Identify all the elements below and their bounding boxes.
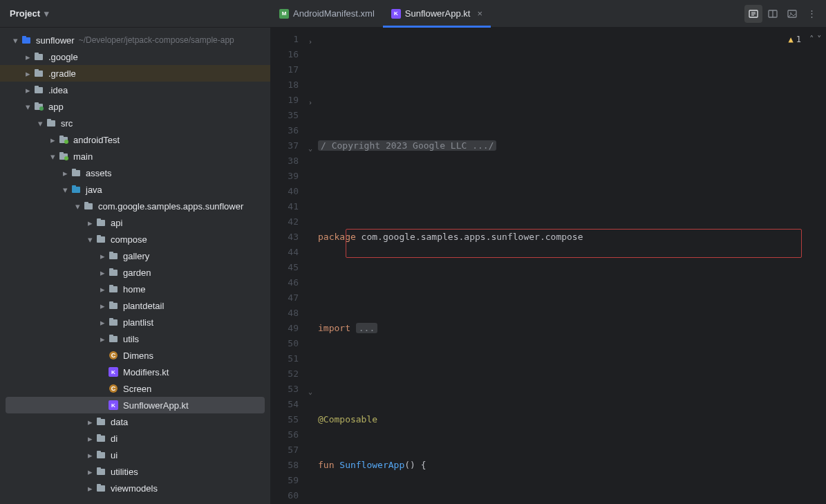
tree-item[interactable]: viewmodels <box>0 480 270 496</box>
line-number[interactable]: 54 <box>271 397 314 412</box>
expand-icon[interactable] <box>84 433 95 444</box>
line-number[interactable]: 39 <box>271 169 314 184</box>
more-button[interactable]: ⋮ <box>802 5 820 23</box>
layout-design-button[interactable] <box>783 5 801 23</box>
expand-icon[interactable] <box>59 168 71 178</box>
line-number[interactable]: 57 <box>271 442 314 458</box>
tree-item[interactable]: KSunflowerApp.kt <box>6 397 265 413</box>
tree-item[interactable]: utils <box>0 330 270 347</box>
line-number[interactable]: 51 <box>271 351 314 366</box>
line-number[interactable]: 1› <box>271 32 314 47</box>
tree-item[interactable]: app <box>0 98 270 115</box>
collapse-icon[interactable] <box>59 185 71 195</box>
line-number[interactable]: 18 <box>271 77 314 93</box>
tree-item[interactable]: assets <box>0 165 270 181</box>
line-number[interactable]: 52 <box>271 366 314 382</box>
kotlin-class-icon: C <box>108 383 119 394</box>
line-number[interactable]: 35 <box>271 108 314 123</box>
expand-icon[interactable] <box>84 218 95 228</box>
line-number[interactable]: 60 <box>271 488 314 503</box>
line-number[interactable]: 58 <box>271 458 314 473</box>
tree-item[interactable]: src <box>0 115 270 131</box>
folded-imports[interactable]: ... <box>356 323 377 333</box>
next-highlight-button[interactable]: ˅ <box>817 32 822 47</box>
collapse-icon[interactable] <box>84 234 95 245</box>
line-number[interactable]: 37⌄ <box>271 138 314 153</box>
layout-code-button[interactable] <box>744 5 762 23</box>
expand-icon[interactable] <box>97 268 108 278</box>
expand-icon[interactable] <box>84 450 95 460</box>
editor-tab[interactable]: MAndroidManifest.xml <box>271 0 383 27</box>
tree-item[interactable]: .idea <box>0 82 270 98</box>
line-number[interactable]: 56 <box>271 427 314 442</box>
svg-rect-15 <box>35 86 39 88</box>
expand-icon[interactable] <box>84 467 95 477</box>
project-tree[interactable]: sunflower~/Developer/jetpack-compose/sam… <box>0 28 271 504</box>
expand-icon[interactable] <box>97 317 108 328</box>
line-number[interactable]: 38 <box>271 153 314 169</box>
line-number[interactable]: 49 <box>271 321 314 336</box>
expand-icon[interactable] <box>97 251 108 261</box>
prev-highlight-button[interactable]: ˄ <box>809 32 814 47</box>
tree-item[interactable]: main <box>0 148 270 165</box>
tree-item[interactable]: CScreen <box>0 380 270 397</box>
tree-item[interactable]: com.google.samples.apps.sunflower <box>0 198 270 214</box>
line-number[interactable]: 59 <box>271 473 314 488</box>
line-number[interactable]: 16 <box>271 47 314 62</box>
line-number[interactable]: 43 <box>271 230 314 245</box>
tree-item[interactable]: di <box>0 430 270 447</box>
tree-item[interactable]: KModifiers.kt <box>0 364 270 380</box>
editor-tab[interactable]: KSunflowerApp.kt× <box>383 0 491 27</box>
tree-item[interactable]: plantdetail <box>0 297 270 314</box>
line-number[interactable]: 46 <box>271 275 314 290</box>
line-number[interactable]: 19› <box>271 93 314 108</box>
tree-item[interactable]: ui <box>0 447 270 463</box>
tree-item[interactable]: utilities <box>0 463 270 480</box>
line-number[interactable]: 45 <box>271 260 314 275</box>
folded-copyright[interactable]: / Copyright 2023 Google LLC .../ <box>318 140 496 151</box>
line-number[interactable]: 40 <box>271 184 314 199</box>
line-number[interactable]: 47 <box>271 290 314 306</box>
tree-item[interactable]: .google <box>0 48 270 65</box>
collapse-icon[interactable] <box>35 118 46 129</box>
expand-icon[interactable] <box>97 301 108 311</box>
tree-item[interactable]: home <box>0 281 270 297</box>
tree-item[interactable]: androidTest <box>0 131 270 148</box>
tree-item[interactable]: api <box>0 214 270 231</box>
collapse-icon[interactable] <box>72 201 83 212</box>
tree-item[interactable]: gallery <box>0 248 270 264</box>
expand-icon[interactable] <box>97 284 108 295</box>
line-number[interactable]: 17 <box>271 62 314 77</box>
expand-icon[interactable] <box>97 334 108 344</box>
expand-icon[interactable] <box>84 483 95 494</box>
line-number[interactable]: 42 <box>271 214 314 230</box>
line-number[interactable]: 53⌄ <box>271 382 314 397</box>
tree-item[interactable]: java <box>0 181 270 198</box>
layout-split-button[interactable] <box>764 5 782 23</box>
collapse-icon[interactable] <box>47 151 58 162</box>
line-number[interactable]: 41 <box>271 199 314 214</box>
tree-item[interactable]: CDimens <box>0 347 270 364</box>
line-number[interactable]: 55 <box>271 412 314 427</box>
expand-icon[interactable] <box>84 417 95 427</box>
tree-item[interactable]: data <box>0 413 270 430</box>
close-icon[interactable]: × <box>477 8 482 19</box>
line-number[interactable]: 48 <box>271 306 314 321</box>
line-number[interactable]: 50 <box>271 336 314 351</box>
line-number[interactable]: 44 <box>271 245 314 260</box>
warnings-badge[interactable]: ▲ 1 <box>789 32 801 47</box>
tree-item[interactable]: compose <box>0 231 270 248</box>
tree-item[interactable]: .gradle <box>0 65 270 82</box>
expand-icon[interactable] <box>22 52 33 62</box>
collapse-icon[interactable] <box>10 35 21 46</box>
tree-item[interactable]: sunflower~/Developer/jetpack-compose/sam… <box>0 32 270 48</box>
project-panel-header[interactable]: Project <box>0 0 271 27</box>
code[interactable]: ▲ 1 ˄ ˅ / Copyright 2023 Google LLC .../… <box>314 28 826 504</box>
expand-icon[interactable] <box>47 135 58 145</box>
tree-item[interactable]: garden <box>0 264 270 281</box>
tree-item[interactable]: plantlist <box>0 314 270 330</box>
line-number[interactable]: 36 <box>271 123 314 138</box>
expand-icon[interactable] <box>22 85 33 95</box>
collapse-icon[interactable] <box>22 102 33 112</box>
expand-icon[interactable] <box>22 68 33 79</box>
